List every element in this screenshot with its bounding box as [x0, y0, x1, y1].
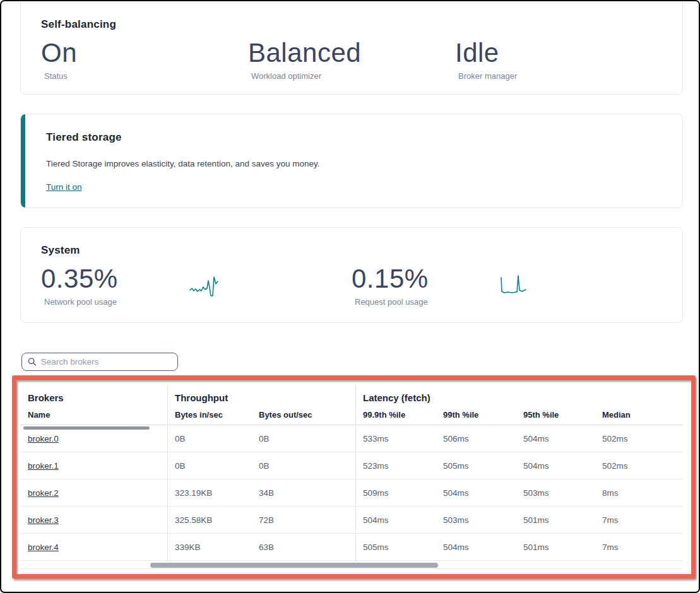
self-balancing-metrics: On Status Balanced Workload optimizer Id… [41, 38, 662, 81]
median-cell: 7ms [595, 543, 683, 552]
broker-name-cell: broker.1 [20, 461, 167, 471]
group-header-throughput: Throughput [175, 392, 228, 403]
p95-cell: 503ms [516, 488, 595, 498]
broker-link[interactable]: broker.1 [28, 461, 59, 471]
broker-manager-label: Broker manager [458, 71, 662, 81]
self-balancing-card: Self-balancing On Status Balanced Worklo… [20, 0, 683, 95]
bytes-in-cell: 325.58KB [167, 515, 251, 525]
system-card: System 0.35% Network pool usage 0.15% Re… [20, 227, 683, 323]
p999-cell: 505ms [355, 543, 436, 552]
table-row: broker.4 339KB 63B 505ms 504ms 501ms 7ms [20, 534, 683, 561]
col-header-bytes-out-sec: Bytes out/sec [259, 410, 312, 420]
col-header-median: Median [602, 410, 631, 420]
brokers-table-body: broker.0 0B 0B 533ms 506ms 504ms 502ms b… [20, 425, 683, 561]
request-pool-metric: 0.15% Request pool usage [352, 264, 499, 307]
request-pool-sparkline [499, 273, 538, 300]
median-cell: 8ms [595, 488, 683, 498]
bytes-in-cell: 0B [167, 434, 251, 443]
cluster-dashboard-page: Self-balancing On Status Balanced Worklo… [0, 0, 700, 593]
workload-optimizer-label: Workload optimizer [251, 71, 455, 81]
median-cell: 502ms [595, 461, 683, 471]
search-icon [28, 357, 37, 367]
horizontal-scrollbar-track [20, 561, 683, 569]
self-balancing-title: Self-balancing [41, 18, 662, 31]
p99-cell: 504ms [436, 488, 516, 498]
column-divider-throughput [167, 385, 168, 563]
median-cell: 502ms [595, 434, 683, 443]
broker-link[interactable]: broker.0 [28, 434, 59, 443]
p95-cell: 501ms [516, 515, 595, 525]
table-row: broker.3 325.58KB 72B 504ms 503ms 501ms … [20, 507, 683, 534]
p99-cell: 506ms [436, 434, 516, 443]
bytes-out-cell: 34B [251, 488, 355, 498]
request-pool-label: Request pool usage [355, 297, 499, 307]
broker-manager-value: Idle [455, 38, 662, 68]
col-header-999th-pctile: 99.9th %ile [363, 410, 405, 420]
bytes-out-cell: 0B [251, 461, 355, 471]
p999-cell: 509ms [355, 488, 436, 498]
brokers-table-header: Brokers Throughput Latency (fetch) Name … [20, 385, 683, 425]
col-header-99th-pctile: 99th %ile [443, 410, 478, 420]
broker-name-cell: broker.4 [20, 543, 167, 552]
tiered-storage-title: Tiered storage [46, 131, 682, 144]
status-metric: On Status [41, 38, 248, 81]
median-cell: 7ms [595, 515, 683, 525]
p99-cell: 503ms [436, 515, 516, 525]
col-header-95th-pctile: 95th %ile [523, 410, 559, 420]
network-pool-metric: 0.35% Network pool usage [41, 264, 188, 307]
p95-cell: 504ms [516, 434, 595, 443]
p95-cell: 504ms [516, 461, 595, 471]
search-brokers-box [21, 353, 178, 371]
table-row: broker.1 0B 0B 523ms 505ms 504ms 502ms [20, 452, 683, 479]
bytes-out-cell: 63B [251, 543, 355, 552]
status-value: On [41, 38, 248, 68]
broker-manager-metric: Idle Broker manager [455, 38, 662, 81]
name-column-scrollbar-thumb[interactable] [23, 426, 150, 430]
network-pool-value: 0.35% [41, 264, 188, 293]
horizontal-scrollbar-thumb[interactable] [150, 563, 438, 568]
system-metrics: 0.35% Network pool usage 0.15% Request p… [41, 264, 662, 307]
bytes-in-cell: 323.19KB [167, 488, 251, 498]
request-pool-value: 0.15% [352, 264, 499, 293]
tiered-storage-accent-bar [21, 114, 25, 208]
group-header-latency: Latency (fetch) [363, 392, 430, 403]
col-header-name: Name [28, 410, 50, 420]
p999-cell: 504ms [355, 515, 436, 525]
table-row: broker.2 323.19KB 34B 509ms 504ms 503ms … [20, 479, 683, 507]
broker-link[interactable]: broker.2 [28, 488, 59, 498]
request-pool-section: 0.15% Request pool usage [352, 264, 662, 307]
bytes-in-cell: 339KB [167, 543, 251, 552]
network-pool-label: Network pool usage [44, 297, 188, 307]
broker-link[interactable]: broker.3 [28, 515, 59, 525]
broker-name-cell: broker.2 [20, 488, 167, 498]
broker-link[interactable]: broker.4 [28, 543, 59, 552]
network-pool-sparkline [188, 273, 227, 300]
p95-cell: 501ms [516, 543, 595, 552]
p999-cell: 523ms [355, 461, 436, 471]
column-divider-latency [355, 385, 356, 563]
p999-cell: 533ms [355, 434, 436, 443]
group-header-brokers: Brokers [28, 392, 64, 403]
status-label: Status [44, 71, 248, 81]
system-title: System [41, 244, 662, 257]
p99-cell: 504ms [436, 543, 516, 552]
turn-it-on-link[interactable]: Turn it on [46, 182, 82, 192]
search-brokers-input[interactable] [41, 357, 172, 367]
bytes-out-cell: 72B [251, 515, 355, 525]
network-pool-section: 0.35% Network pool usage [41, 264, 352, 307]
broker-name-cell: broker.0 [20, 434, 167, 443]
bytes-out-cell: 0B [251, 434, 355, 443]
col-header-bytes-in-sec: Bytes in/sec [175, 410, 223, 420]
tiered-storage-card: Tiered storage Tiered Storage improves e… [20, 114, 683, 208]
p99-cell: 505ms [436, 461, 516, 471]
broker-name-cell: broker.3 [20, 515, 167, 525]
brokers-table: Brokers Throughput Latency (fetch) Name … [20, 385, 683, 572]
tiered-storage-description: Tiered Storage improves elasticity, data… [46, 159, 682, 168]
workload-optimizer-value: Balanced [248, 38, 455, 68]
workload-optimizer-metric: Balanced Workload optimizer [248, 38, 455, 81]
bytes-in-cell: 0B [167, 461, 251, 471]
